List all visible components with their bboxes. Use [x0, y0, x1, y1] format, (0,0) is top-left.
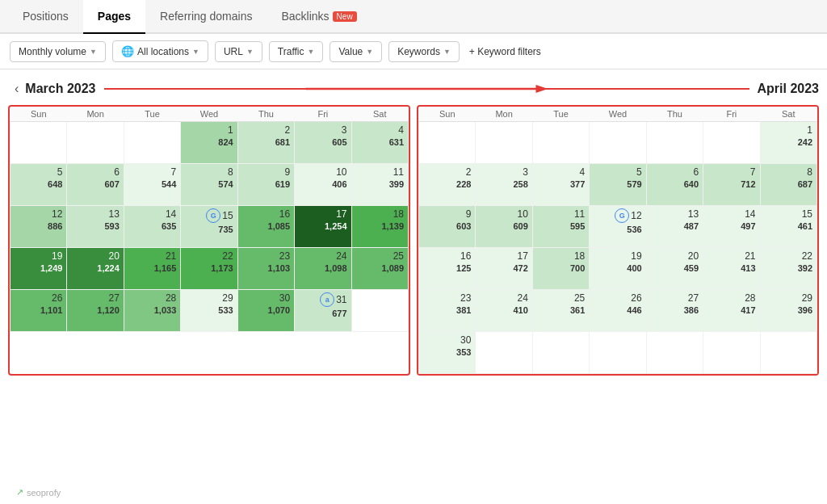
- tabs-bar: Positions Pages Referring domains Backli…: [0, 0, 827, 34]
- table-row: 6607: [67, 164, 124, 206]
- table-row: 14497: [703, 206, 760, 248]
- google-badge: G: [206, 208, 220, 223]
- april-calendar: Sun Mon Tue Wed Thu Fri Sat 124222283258…: [417, 105, 819, 376]
- table-row: 16125: [419, 248, 476, 290]
- day-value: 461: [765, 221, 812, 231]
- day-number: 22: [222, 250, 233, 262]
- table-row: [590, 332, 646, 374]
- day-number: 7: [171, 166, 177, 178]
- march-tue-header: Tue: [124, 107, 180, 122]
- table-row: 13593: [67, 206, 124, 248]
- table-row: 11595: [532, 206, 589, 248]
- table-row: 1824: [181, 122, 237, 164]
- table-row: 171,254: [295, 206, 351, 248]
- tab-referring-domains[interactable]: Referring domains: [145, 0, 267, 34]
- table-row: [532, 122, 589, 164]
- april-tue-header: Tue: [532, 107, 589, 122]
- toolbar: Monthly volume ▼ 🌐 All locations ▼ URL ▼…: [0, 34, 827, 69]
- table-row: 15461: [760, 206, 817, 248]
- day-value: 1,224: [71, 263, 119, 273]
- table-row: 29533: [181, 290, 237, 332]
- day-value: 361: [537, 305, 585, 315]
- monthly-volume-filter[interactable]: Monthly volume ▼: [10, 41, 106, 62]
- day-value: 824: [185, 137, 233, 147]
- day-value: 609: [480, 221, 527, 231]
- day-number: 8: [228, 166, 233, 178]
- chevron-down-icon: ▼: [246, 48, 254, 56]
- keyword-filters-btn[interactable]: + Keyword filters: [469, 46, 541, 57]
- day-number: 18: [393, 208, 404, 220]
- day-value: 459: [651, 263, 699, 273]
- april-title: April 2023: [758, 82, 819, 96]
- table-row: 251,089: [351, 248, 408, 290]
- table-row: [703, 332, 760, 374]
- day-value: 579: [594, 179, 641, 189]
- day-value: 381: [423, 305, 471, 315]
- value-filter[interactable]: Value ▼: [330, 41, 382, 62]
- traffic-filter[interactable]: Traffic ▼: [269, 41, 324, 62]
- april-sun-header: Sun: [419, 107, 476, 122]
- table-row: [67, 122, 124, 164]
- day-value: 1,085: [242, 221, 290, 231]
- table-row: 6640: [646, 164, 703, 206]
- table-row: G12536: [590, 206, 646, 248]
- table-row: [476, 332, 532, 374]
- day-value: 242: [765, 137, 812, 147]
- day-value: 487: [651, 221, 699, 231]
- calendar-nav: ‹ March 2023 April 2023: [8, 76, 819, 105]
- day-number: 26: [631, 292, 641, 304]
- table-row: 161,085: [237, 206, 294, 248]
- day-number: 15: [802, 208, 812, 220]
- day-value: 574: [185, 179, 233, 189]
- table-row: 25361: [532, 290, 589, 332]
- table-row: 26446: [590, 290, 646, 332]
- day-value: 228: [423, 179, 471, 189]
- day-value: 1,089: [356, 263, 404, 273]
- table-row: 27386: [646, 290, 703, 332]
- table-row: 14635: [124, 206, 180, 248]
- chevron-down-icon: ▼: [192, 48, 199, 56]
- day-value: 1,254: [299, 221, 346, 231]
- day-number: 22: [802, 250, 812, 262]
- day-number: 27: [688, 292, 699, 304]
- table-row: 3605: [295, 122, 351, 164]
- new-badge: New: [333, 11, 357, 22]
- day-value: 413: [707, 263, 755, 273]
- day-number: 9: [466, 208, 472, 220]
- day-value: 619: [242, 179, 290, 189]
- table-row: 261,101: [10, 290, 67, 332]
- tab-backlinks[interactable]: Backlinks New: [267, 0, 371, 34]
- day-number: 14: [166, 208, 176, 220]
- day-number: 29: [802, 292, 812, 304]
- table-row: [760, 332, 817, 374]
- day-number: 6: [114, 166, 120, 178]
- day-number: 6: [693, 166, 699, 178]
- prev-arrow[interactable]: ‹: [8, 82, 25, 96]
- table-row: 5648: [10, 164, 67, 206]
- day-number: 21: [745, 250, 755, 262]
- day-number: 27: [108, 292, 119, 304]
- all-locations-filter[interactable]: 🌐 All locations ▼: [112, 40, 208, 62]
- day-number: 13: [108, 208, 119, 220]
- day-value: 472: [480, 263, 527, 273]
- keywords-filter[interactable]: Keywords ▼: [388, 41, 460, 62]
- day-number: 17: [517, 250, 527, 262]
- day-value: 735: [185, 225, 233, 234]
- table-row: 191,249: [10, 248, 67, 290]
- day-value: 1,120: [71, 305, 119, 315]
- tab-pages[interactable]: Pages: [83, 0, 145, 34]
- day-number: 13: [688, 208, 699, 220]
- tab-positions[interactable]: Positions: [8, 0, 83, 34]
- day-value: 886: [15, 221, 62, 231]
- day-value: 533: [185, 305, 233, 315]
- day-value: 392: [765, 263, 812, 273]
- day-value: 497: [707, 221, 755, 231]
- day-value: 631: [356, 137, 404, 147]
- table-row: 271,120: [67, 290, 124, 332]
- day-value: 400: [594, 263, 641, 273]
- day-value: 396: [765, 305, 812, 315]
- day-number: 19: [631, 250, 641, 262]
- march-calendar: Sun Mon Tue Wed Thu Fri Sat 182426813605…: [8, 105, 410, 376]
- day-number: 7: [750, 166, 756, 178]
- url-filter[interactable]: URL ▼: [215, 41, 262, 62]
